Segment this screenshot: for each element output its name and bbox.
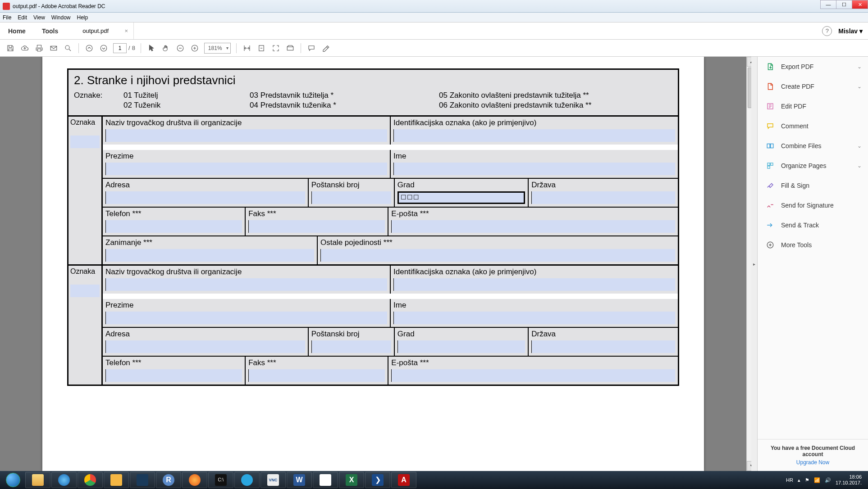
- close-tab-icon[interactable]: ×: [125, 27, 128, 34]
- network-icon[interactable]: 📶: [814, 477, 820, 483]
- adresa-input-2[interactable]: [105, 340, 305, 353]
- rail-more-tools[interactable]: More Tools: [758, 235, 868, 255]
- zoom-out-icon[interactable]: [175, 43, 185, 53]
- rail-send-signature[interactable]: Send for Signature: [758, 195, 868, 215]
- tools-button[interactable]: Tools: [34, 23, 66, 39]
- taskbar-explorer[interactable]: [25, 472, 50, 488]
- taskbar-ie[interactable]: [51, 472, 77, 488]
- rail-send-track[interactable]: Send & Track: [758, 215, 868, 235]
- id-input-2[interactable]: [393, 278, 675, 291]
- rail-combine[interactable]: Combine Files⌄: [758, 136, 868, 156]
- telefon-input[interactable]: [105, 220, 242, 233]
- telefon-input-2[interactable]: [105, 369, 242, 382]
- postanski-input-2[interactable]: [311, 340, 391, 353]
- oznaka-input[interactable]: [70, 136, 100, 148]
- adresa-input[interactable]: [105, 191, 305, 204]
- postanski-input[interactable]: [311, 191, 391, 204]
- ostalo-input[interactable]: [320, 249, 675, 262]
- faks-input-2[interactable]: [248, 369, 385, 382]
- taskbar-acrobat[interactable]: A: [391, 472, 416, 488]
- id-input[interactable]: [393, 129, 675, 142]
- cloud-icon[interactable]: [20, 43, 30, 53]
- eposta-input[interactable]: [391, 220, 675, 233]
- rail-fill-sign[interactable]: Fill & Sign: [758, 176, 868, 195]
- rail-create-pdf[interactable]: Create PDF⌄: [758, 77, 868, 96]
- taskbar-rstudio[interactable]: R: [156, 472, 181, 488]
- menu-edit[interactable]: Edit: [18, 14, 27, 21]
- menu-window[interactable]: Window: [51, 14, 71, 21]
- ime-input-2[interactable]: [393, 312, 675, 324]
- taskbar-powershell[interactable]: ❯: [365, 472, 390, 488]
- document-pane[interactable]: 2. Stranke i njihovi predstavnici Oznake…: [0, 57, 746, 471]
- taskbar-word[interactable]: W: [287, 472, 312, 488]
- naziv-input[interactable]: [105, 129, 387, 142]
- taskbar-outlook[interactable]: [104, 472, 129, 488]
- drzava-input[interactable]: [531, 191, 675, 204]
- menu-file[interactable]: File: [3, 14, 11, 21]
- rail-edit-pdf[interactable]: Edit PDF: [758, 96, 868, 116]
- taskbar-skype[interactable]: [234, 472, 260, 488]
- user-menu[interactable]: Mislav ▾: [838, 27, 863, 35]
- oznaka-input-2[interactable]: [70, 285, 100, 297]
- prezime-input-2[interactable]: [105, 312, 387, 324]
- start-button[interactable]: [2, 472, 24, 488]
- taskbar-excel[interactable]: X: [339, 472, 364, 488]
- print-icon[interactable]: [34, 43, 44, 53]
- home-button[interactable]: Home: [0, 23, 34, 39]
- zoom-in-icon[interactable]: [190, 43, 200, 53]
- eposta-input-2[interactable]: [391, 369, 675, 382]
- form-section: 2. Stranke i njihovi predstavnici Oznake…: [67, 68, 679, 386]
- read-mode-icon[interactable]: [285, 43, 295, 53]
- volume-icon[interactable]: 🔊: [825, 477, 831, 483]
- page-up-icon[interactable]: [84, 43, 94, 53]
- taskbar-vnc[interactable]: VNC: [260, 472, 286, 488]
- ie-icon: [58, 474, 70, 486]
- minimize-button[interactable]: —: [820, 0, 836, 9]
- rail-organize[interactable]: Organize Pages⌄: [758, 156, 868, 176]
- zanimanje-input[interactable]: [105, 249, 314, 262]
- grad-input-2[interactable]: [397, 340, 525, 353]
- fullscreen-icon[interactable]: [271, 43, 281, 53]
- mail-icon[interactable]: [49, 43, 59, 53]
- taskbar-cmd[interactable]: C:\: [208, 472, 233, 488]
- chevron-down-icon: ⌄: [857, 163, 862, 169]
- maximize-button[interactable]: ☐: [836, 0, 852, 9]
- upgrade-link[interactable]: Upgrade Now: [762, 459, 863, 466]
- drzava-input-2[interactable]: [531, 340, 675, 353]
- page-down-icon[interactable]: [99, 43, 109, 53]
- collapse-rail-icon[interactable]: ▸: [751, 57, 758, 471]
- menu-help[interactable]: Help: [77, 14, 88, 21]
- prezime-input[interactable]: [105, 163, 387, 175]
- faks-input[interactable]: [248, 220, 385, 233]
- page-current-input[interactable]: [113, 43, 127, 53]
- ime-input[interactable]: [393, 163, 675, 175]
- highlight-icon[interactable]: [321, 43, 331, 53]
- rail-export-pdf[interactable]: Export PDF⌄: [758, 57, 868, 77]
- clock[interactable]: 18:06 17.10.2017.: [836, 474, 862, 486]
- pointer-icon[interactable]: [146, 43, 156, 53]
- hand-icon[interactable]: [161, 43, 171, 53]
- taskbar-chrome[interactable]: [78, 472, 103, 488]
- tray-up-icon[interactable]: ▴: [798, 477, 800, 483]
- taskbar-firefox[interactable]: [182, 472, 207, 488]
- naziv-input-2[interactable]: [105, 278, 387, 291]
- comment-icon[interactable]: [306, 43, 316, 53]
- id-label-2: Identifikacijska oznaka (ako je primjenj…: [393, 267, 675, 276]
- document-tab[interactable]: output.pdf ×: [66, 23, 134, 39]
- toolbar: / 8 181%: [0, 40, 868, 57]
- grad-input-focused[interactable]: ☐☐☐: [397, 191, 525, 204]
- fit-width-icon[interactable]: [242, 43, 252, 53]
- taskbar-app-red[interactable]: [313, 472, 338, 488]
- menu-view[interactable]: View: [33, 14, 45, 21]
- fit-page-icon[interactable]: [256, 43, 266, 53]
- lang-indicator[interactable]: HR: [786, 477, 793, 483]
- search-icon[interactable]: [63, 43, 73, 53]
- rail-comment[interactable]: Comment: [758, 116, 868, 136]
- help-icon[interactable]: ?: [822, 26, 832, 36]
- save-icon[interactable]: [5, 43, 15, 53]
- flag-icon[interactable]: ⚑: [805, 477, 809, 483]
- taskbar-app-grid[interactable]: [130, 472, 155, 488]
- zoom-select[interactable]: 181%: [204, 43, 231, 54]
- close-button[interactable]: ✕: [852, 0, 868, 9]
- edit-pdf-icon: [766, 102, 775, 111]
